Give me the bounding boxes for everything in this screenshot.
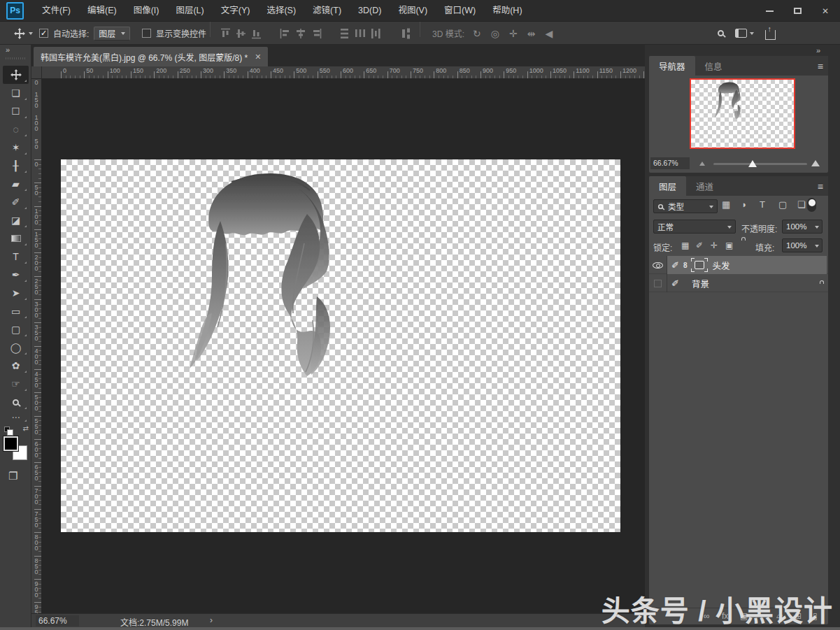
eraser-tool[interactable]: ◪ <box>3 211 29 229</box>
navigator-zoom-field[interactable]: 66.67% <box>650 157 690 169</box>
visibility-cell[interactable] <box>649 256 667 274</box>
vertical-ruler[interactable]: 2001501005005010015020025030035040045050… <box>31 79 42 613</box>
toolbar-collapse-icon[interactable]: » <box>6 45 10 54</box>
pen-tool[interactable]: ✒ <box>3 266 29 284</box>
show-transform-checkbox[interactable] <box>142 29 151 38</box>
rectangular-marquee-tool[interactable]: ☐ <box>3 102 29 120</box>
menu-item-image[interactable]: 图像(I) <box>125 0 168 22</box>
workspace-icon <box>735 29 747 38</box>
ellipse-tool[interactable]: ◯ <box>3 338 29 357</box>
layer-name[interactable]: 背景 <box>692 277 709 290</box>
tool-preset-chevron-icon[interactable] <box>29 32 33 37</box>
menu-item-filter[interactable]: 滤镜(T) <box>304 0 350 22</box>
hand-tool[interactable]: ☞ <box>3 375 29 393</box>
zoom-out-icon[interactable] <box>699 162 705 166</box>
tab-layers[interactable]: 图层 <box>649 176 686 196</box>
auto-select-checkbox[interactable]: ✓ <box>39 29 48 38</box>
share-icon[interactable] <box>765 30 776 40</box>
filter-shape-layers-icon[interactable]: ▢ <box>778 200 787 209</box>
menu-item-layer[interactable]: 图层(L) <box>167 0 212 22</box>
horizontal-ruler[interactable]: 0501001502002503003504004505005506006507… <box>31 66 645 79</box>
tab-channels[interactable]: 通道 <box>686 176 723 196</box>
layer-filter-type-dropdown[interactable]: 类型 <box>653 199 718 213</box>
layer-mask-thumbnail[interactable] <box>691 258 708 272</box>
close-button[interactable]: ✕ <box>816 4 834 18</box>
chevron-down-icon <box>815 245 819 250</box>
rectangle-tool[interactable]: ▭ <box>3 302 29 320</box>
menu-item-window[interactable]: 窗口(W) <box>436 0 484 22</box>
v-ruler-label: 250 <box>33 278 40 294</box>
panel-menu-icon[interactable]: ≡ <box>818 61 823 72</box>
layer-row-background[interactable]: ✐ 背景 <box>649 274 828 292</box>
workspace-switcher[interactable] <box>735 29 754 38</box>
mask-link-icon[interactable]: 8 <box>683 262 688 269</box>
menu-item-select[interactable]: 选择(S) <box>258 0 304 22</box>
type-tool[interactable]: T <box>3 248 29 266</box>
align-icons[interactable] <box>220 22 451 45</box>
crop-tool[interactable]: ╂ <box>3 157 29 175</box>
tab-close-icon[interactable]: ✕ <box>255 52 261 62</box>
chevron-down-icon <box>727 226 732 231</box>
filter-adjustment-layers-icon[interactable]: ◑ <box>741 200 746 209</box>
swap-colors-icon[interactable]: ⇄ <box>23 424 29 432</box>
auto-select-target-dropdown[interactable]: 图层 <box>94 27 130 41</box>
layer-thumbnail-icon[interactable]: ✐ <box>671 260 679 271</box>
healing-brush-tool[interactable]: ▰ <box>3 175 29 193</box>
zoom-slider-thumb[interactable] <box>748 160 757 167</box>
tools-list: ❏☐◌✶╂▰✐◪T✒➤▭▢◯✿☞⋯ <box>3 66 29 424</box>
rounded-rectangle-tool[interactable]: ▢ <box>3 320 29 338</box>
layer-thumbnail-icon[interactable]: ✐ <box>671 278 679 289</box>
menu-item-file[interactable]: 文件(F) <box>34 0 79 22</box>
custom-shape-tool[interactable]: ✿ <box>3 357 29 375</box>
lasso-tool[interactable]: ◌ <box>3 120 29 138</box>
search-icon[interactable] <box>718 30 724 36</box>
menu-item-type[interactable]: 文字(Y) <box>213 0 259 22</box>
zoom-tool[interactable] <box>3 393 29 411</box>
menu-item-help[interactable]: 帮助(H) <box>484 0 530 22</box>
tab-info[interactable]: 信息 <box>695 56 732 76</box>
panels-collapse-icon[interactable]: » <box>816 46 820 55</box>
magic-wand-tool[interactable]: ✶ <box>3 138 29 157</box>
toolbar-grip[interactable] <box>6 57 25 59</box>
lock-position-icon[interactable]: ✛ <box>711 241 718 250</box>
filter-pixel-layers-icon[interactable]: ▦ <box>722 200 730 209</box>
lock-transparent-pixels-icon[interactable]: ▦ <box>681 241 689 250</box>
move-tool-icon[interactable] <box>14 28 25 39</box>
artboard-tool[interactable]: ❏ <box>3 84 29 102</box>
selected-layer-strip[interactable]: ✐ 8 头发 <box>667 256 827 274</box>
blend-mode-dropdown[interactable]: 正常 <box>653 220 736 234</box>
canvas-transparent-checkerboard[interactable] <box>61 159 620 532</box>
lock-artboard-icon[interactable]: ▣ <box>725 241 733 250</box>
document-tab[interactable]: 韩国车模许允美(黑白).jpg @ 66.7% (头发, 图层蒙版/8) * ✕ <box>34 47 268 66</box>
menu-item-view[interactable]: 视图(V) <box>390 0 436 22</box>
foreground-color-swatch[interactable] <box>3 436 18 451</box>
navigator-thumbnail[interactable] <box>690 78 795 149</box>
fill-dropdown[interactable]: 100% <box>782 238 823 252</box>
minimize-button[interactable] <box>760 4 778 18</box>
opacity-dropdown[interactable]: 100% <box>782 220 823 234</box>
default-colors-icon[interactable] <box>4 427 10 432</box>
zoom-slider-track[interactable] <box>713 163 807 165</box>
visibility-cell[interactable] <box>649 274 667 292</box>
path-selection-tool[interactable]: ➤ <box>3 284 29 302</box>
brush-tool[interactable]: ✐ <box>3 193 29 211</box>
status-chevron-icon[interactable]: › <box>210 615 213 625</box>
canvas-viewport[interactable] <box>42 79 645 613</box>
filter-type-layers-icon[interactable]: T <box>760 200 765 209</box>
layer-filter-toggle[interactable] <box>807 198 816 212</box>
lock-image-pixels-icon[interactable]: ✐ <box>696 241 703 250</box>
panel-menu-icon[interactable]: ≡ <box>818 181 823 192</box>
menu-item-3d[interactable]: 3D(D) <box>350 0 390 22</box>
layer-name[interactable]: 头发 <box>712 259 729 272</box>
gradient-tool[interactable] <box>3 229 29 248</box>
zoom-in-icon[interactable] <box>811 160 820 166</box>
filter-smart-objects-icon[interactable]: ❏ <box>797 200 806 209</box>
screen-mode-icon[interactable]: ❐ <box>8 470 17 482</box>
menu-item-edit[interactable]: 编辑(E) <box>79 0 125 22</box>
more-tools-button[interactable]: ⋯ <box>3 411 29 424</box>
tab-navigator[interactable]: 导航器 <box>649 56 695 76</box>
status-zoom-field[interactable]: 66.67% <box>36 615 79 627</box>
move-tool[interactable] <box>3 66 29 84</box>
maximize-button[interactable] <box>788 4 806 18</box>
layer-row-hair[interactable]: ✐ 8 头发 <box>649 256 828 274</box>
